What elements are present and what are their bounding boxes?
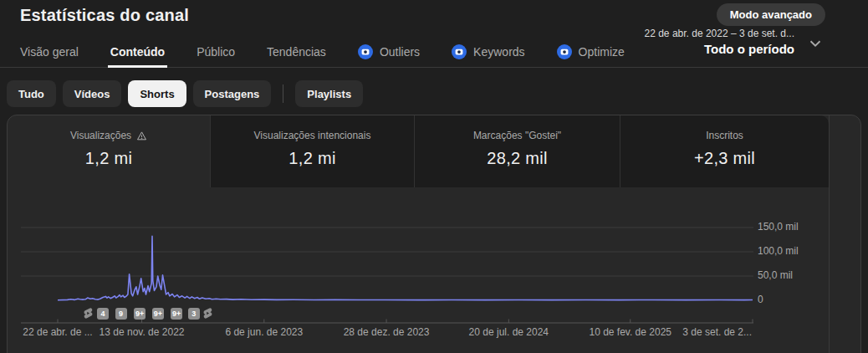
- metric-card-inscritos[interactable]: Inscritos+2,3 mil: [620, 115, 829, 187]
- views-line-series: [58, 236, 753, 299]
- tab-conteudo[interactable]: Conteúdo: [110, 37, 165, 67]
- chevron-down-icon[interactable]: [806, 34, 825, 53]
- shorts-icon[interactable]: [202, 307, 214, 320]
- chip-videos[interactable]: Vídeos: [63, 80, 122, 107]
- tab-label: Visão geral: [20, 45, 79, 59]
- metric-value: 1,2 mi: [211, 149, 414, 168]
- content-filter-chips: TudoVídeosShortsPostagensPlaylists: [7, 80, 363, 107]
- shorts-count-badge[interactable]: 9+: [134, 308, 146, 320]
- metric-label: Visualizações: [8, 130, 210, 141]
- y-axis-tick-label: 100,0 mil: [758, 245, 799, 257]
- metric-label: Inscritos: [620, 130, 829, 141]
- shorts-count-badge[interactable]: 3: [188, 308, 200, 320]
- metric-cards-row: Visualizações1,2 miVisualizações intenci…: [8, 115, 829, 187]
- shorts-count-badge[interactable]: 9: [115, 308, 127, 320]
- metric-value: 1,2 mi: [8, 149, 210, 168]
- page-title: Estatísticas do canal: [20, 6, 189, 25]
- tab-label: Tendências: [267, 45, 326, 59]
- tab-publico[interactable]: Público: [197, 37, 235, 67]
- chip-tudo[interactable]: Tudo: [7, 80, 56, 107]
- tab-outliers[interactable]: Outliers: [358, 37, 420, 67]
- metric-label: Marcações "Gostei": [415, 130, 620, 141]
- metric-value: 28,2 mil: [415, 149, 620, 168]
- tab-label: Público: [197, 45, 235, 59]
- metric-card-visualizacoes[interactable]: Visualizações1,2 mi: [8, 115, 210, 187]
- x-axis-tick-label: 13 de nov. de 2022: [100, 326, 185, 338]
- date-range-period: Todo o período: [645, 42, 794, 56]
- y-axis-tick-label: 50,0 mil: [758, 269, 793, 281]
- tab-tendencias[interactable]: Tendências: [267, 37, 326, 67]
- shorts-count-badge[interactable]: 9+: [171, 308, 182, 320]
- date-range-dates: 22 de abr. de 2022 – 3 de set. d...: [645, 28, 794, 39]
- chip-playlists[interactable]: Playlists: [295, 80, 363, 107]
- x-axis-tick-label: 22 de abr. de ...: [23, 326, 92, 338]
- x-axis-tick-label: 10 de fev. de 2025: [589, 326, 671, 338]
- tab-visao-geral[interactable]: Visão geral: [20, 37, 79, 67]
- y-axis-tick-label: 150,0 mil: [758, 221, 799, 233]
- y-axis-tick-label: 0: [758, 294, 763, 305]
- date-range-selector[interactable]: 22 de abr. de 2022 – 3 de set. d... Todo…: [645, 28, 825, 56]
- tab-keywords[interactable]: Keywords: [452, 37, 524, 67]
- shorts-count-badge[interactable]: 4: [97, 308, 109, 320]
- chip-postagens[interactable]: Postagens: [193, 80, 272, 107]
- metric-card-marcacoes-gostei[interactable]: Marcações "Gostei"28,2 mil: [414, 115, 620, 187]
- ai-badge-icon: [358, 44, 373, 59]
- x-axis-tick-label: 20 de jul. de 2024: [469, 326, 549, 338]
- metric-card-visualizacoes-intencionais[interactable]: Visualizações intencionais1,2 mi: [210, 115, 414, 187]
- tab-label: Conteúdo: [110, 45, 165, 59]
- analytics-card: Visualizações1,2 miVisualizações intenci…: [7, 115, 861, 353]
- tab-optimize[interactable]: Optimize: [557, 37, 625, 67]
- date-range-text-block: 22 de abr. de 2022 – 3 de set. d... Todo…: [645, 28, 794, 56]
- advanced-mode-button[interactable]: Modo avançado: [717, 3, 825, 26]
- x-axis-tick-label: 6 de jun. de 2023: [225, 326, 303, 338]
- chip-divider: [283, 84, 283, 103]
- card-right-divider: [829, 115, 830, 353]
- views-over-time-chart[interactable]: 150,0 mil100,0 mil50,0 mil0 22 de abr. d…: [8, 187, 860, 353]
- tab-label: Outliers: [380, 45, 420, 59]
- tab-label: Keywords: [473, 45, 524, 59]
- metric-label: Visualizações intencionais: [211, 130, 414, 141]
- ai-badge-icon: [557, 44, 572, 59]
- tab-label: Optimize: [579, 45, 625, 59]
- x-axis-tick-label: 3 de set. de 2...: [682, 326, 752, 338]
- shorts-count-badge[interactable]: 9+: [152, 308, 164, 320]
- x-axis-tick-label: 28 de dez. de 2023: [344, 326, 430, 338]
- shorts-icon[interactable]: [82, 307, 94, 320]
- metric-value: +2,3 mil: [620, 149, 829, 168]
- ai-badge-icon: [452, 44, 467, 59]
- warning-icon[interactable]: [136, 130, 147, 141]
- chip-shorts[interactable]: Shorts: [128, 80, 186, 107]
